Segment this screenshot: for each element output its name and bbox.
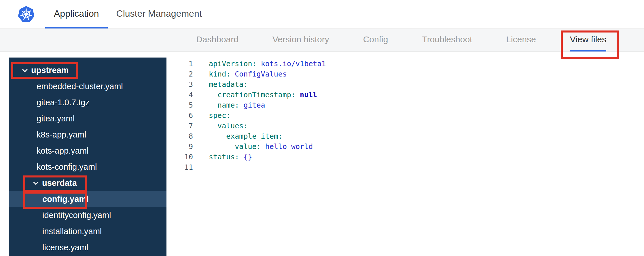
code-text: status: {} [193, 152, 252, 162]
app-subnav: DashboardVersion historyConfigTroublesho… [0, 29, 644, 52]
tree-file-license-yaml[interactable]: license.yaml [9, 239, 166, 255]
tab-application[interactable]: Application [45, 0, 108, 28]
line-number: 8 [166, 131, 193, 142]
file-label: kots-config.yaml [37, 162, 97, 172]
file-label: k8s-app.yaml [37, 130, 86, 140]
code-line-6[interactable]: 6spec: [166, 110, 644, 121]
tab-cluster-management[interactable]: Cluster Management [108, 0, 211, 28]
subnav-tab-version-history[interactable]: Version history [272, 29, 329, 51]
code-text: example_item: [193, 131, 283, 142]
code-line-5[interactable]: 5 name: gitea [166, 100, 644, 110]
line-number: 9 [166, 142, 193, 152]
tab-application-label: Application [54, 8, 99, 19]
tree-file-identityconfig-yaml[interactable]: identityconfig.yaml [9, 207, 166, 223]
subnav-tab-dashboard[interactable]: Dashboard [196, 29, 238, 51]
line-number: 5 [166, 100, 193, 110]
subnav-tab-view-files[interactable]: View files [570, 29, 606, 51]
file-editor: 1apiVersion: kots.io/v1beta12kind: Confi… [166, 52, 644, 256]
kubernetes-logo-icon [17, 5, 35, 23]
code-line-8[interactable]: 8 example_item: [166, 131, 644, 142]
line-number: 10 [166, 152, 193, 162]
file-label: gitea.yaml [37, 114, 75, 123]
subnav-tab-config[interactable]: Config [363, 29, 388, 51]
subnav-tab-license[interactable]: License [506, 29, 536, 51]
line-number: 7 [166, 121, 193, 131]
file-label: config.yaml [42, 194, 89, 204]
file-tree-sidebar: upstreamembedded-cluster.yamlgitea-1.0.7… [9, 58, 166, 256]
code-text: spec: [193, 110, 230, 121]
file-label: gitea-1.0.7.tgz [37, 98, 90, 107]
folder-label: userdata [42, 178, 77, 188]
code-text: apiVersion: kots.io/v1beta1 [193, 59, 326, 69]
code-line-11[interactable]: 11 [166, 162, 644, 173]
code-lines: 1apiVersion: kots.io/v1beta12kind: Confi… [166, 59, 644, 173]
code-text: creationTimestamp: null [193, 90, 317, 100]
file-label: identityconfig.yaml [42, 211, 111, 220]
code-line-4[interactable]: 4 creationTimestamp: null [166, 90, 644, 100]
code-line-9[interactable]: 9 value: hello world [166, 142, 644, 152]
line-number: 3 [166, 79, 193, 90]
kots-admin-console: Application Cluster Management Dashboard… [0, 0, 644, 256]
tree-file-embedded-cluster-yaml[interactable]: embedded-cluster.yaml [9, 78, 166, 94]
folder-label: upstream [31, 66, 69, 75]
code-text: name: gitea [193, 100, 265, 110]
file-label: embedded-cluster.yaml [37, 82, 123, 91]
code-line-7[interactable]: 7 values: [166, 121, 644, 131]
tree-folder-upstream[interactable]: upstream [9, 62, 166, 78]
code-text: kind: ConfigValues [193, 69, 287, 79]
tree-file-gitea-1-0-7-tgz[interactable]: gitea-1.0.7.tgz [9, 94, 166, 110]
code-line-3[interactable]: 3metadata: [166, 79, 644, 90]
file-label: license.yaml [42, 243, 88, 252]
line-number: 1 [166, 59, 193, 69]
tree-file-k8s-app-yaml[interactable]: k8s-app.yaml [9, 127, 166, 143]
code-text [193, 162, 209, 173]
tree-file-kots-app-yaml[interactable]: kots-app.yaml [9, 143, 166, 159]
code-text: metadata: [193, 79, 248, 90]
code-text: values: [193, 121, 248, 131]
top-tab-bar: Application Cluster Management [45, 0, 211, 28]
tab-cluster-management-label: Cluster Management [116, 8, 202, 19]
line-number: 6 [166, 110, 193, 121]
line-number: 2 [166, 69, 193, 79]
code-line-10[interactable]: 10status: {} [166, 152, 644, 162]
chevron-down-icon [22, 67, 27, 72]
code-text: value: hello world [193, 142, 313, 152]
subnav-tab-troubleshoot[interactable]: Troubleshoot [422, 29, 472, 51]
line-number: 4 [166, 90, 193, 100]
code-line-2[interactable]: 2kind: ConfigValues [166, 69, 644, 79]
file-label: kots-app.yaml [37, 146, 89, 156]
line-number: 11 [166, 162, 193, 173]
code-line-1[interactable]: 1apiVersion: kots.io/v1beta1 [166, 59, 644, 69]
tree-file-config-yaml[interactable]: config.yaml [9, 191, 166, 207]
tree-file-installation-yaml[interactable]: installation.yaml [9, 223, 166, 239]
file-label: installation.yaml [42, 227, 102, 236]
tree-file-kots-config-yaml[interactable]: kots-config.yaml [9, 159, 166, 175]
chevron-down-icon [33, 179, 38, 185]
tree-folder-userdata[interactable]: userdata [9, 175, 166, 191]
top-bar: Application Cluster Management [0, 0, 644, 29]
tree-file-gitea-yaml[interactable]: gitea.yaml [9, 110, 166, 127]
